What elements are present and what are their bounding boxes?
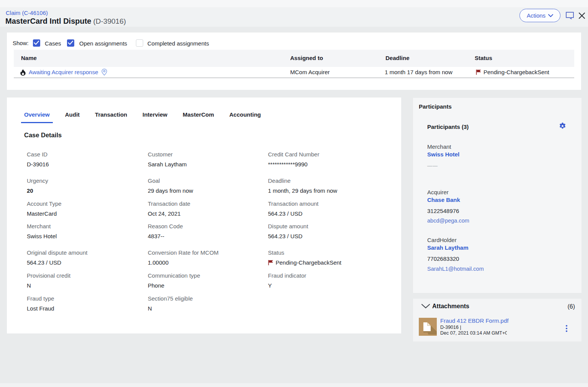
field-value: 564.23 / USD [268,233,383,240]
field-value: Lost Fraud [27,305,142,312]
collapse-chevron-icon[interactable] [421,304,430,309]
field-value: N [27,282,142,289]
location-pin-icon[interactable] [101,68,108,76]
attachment-file-link[interactable]: Fraud 412 EBDR Form.pdf [440,317,508,324]
participants-subheading: Participants (3) [427,124,469,130]
field-value: 1.00000 [148,259,263,267]
bottom-strip [0,383,588,387]
field-label: Customer [148,151,263,158]
field-label: Original dispute amount [27,249,142,257]
checkbox-cases-label[interactable]: Cases [45,40,61,47]
assignment-status-text: Pending-ChargebackSent [483,69,549,75]
field-value: D-39016 [27,161,142,168]
participant-role: Merchant [427,143,451,150]
field-communication-type: Communication type Phone [148,272,263,289]
status-flag-icon [476,69,481,75]
field-account-type: Account Type MasterCard [27,200,142,218]
assignments-panel: Show: Cases Open assignments Completed a… [7,33,581,90]
field-fraud-type: Fraud type Lost Fraud [27,295,142,312]
tab-interview[interactable]: Interview [139,111,170,123]
participant-name-link[interactable]: Swiss Hotel [427,151,459,158]
breadcrumb-claim-link[interactable]: Claim (C-46106) [6,10,48,16]
field-label: Provisional credit [27,272,142,280]
field-fraud-indicator: Fraud indicator Y [268,272,383,289]
participant-email-link[interactable]: abcd@pega.com [427,218,469,224]
field-label: Dispute amount [268,223,383,230]
title-row: MasterCard Intl Dispute(D-39016) [5,17,126,26]
checkbox-open-assignments-label[interactable]: Open assignments [79,40,127,47]
field-label: Communication type [148,272,263,280]
case-id-label: (D-39016) [93,17,126,25]
assignment-assigned-to: MCom Acquirer [290,69,330,75]
field-merchant: Merchant Swiss Hotel [27,223,142,240]
urgency-flame-icon [20,69,26,76]
field-value: 29 days from now [148,187,263,195]
field-value: MasterCard [27,210,142,218]
case-details-panel: Overview Audit Transaction Interview Mas… [7,98,401,333]
page-title: MasterCard Intl Dispute [5,17,91,25]
field-label: Transaction amount [268,200,383,208]
tab-transaction[interactable]: Transaction [92,111,130,123]
assignment-row: Awaiting Acquirer response MCom Acquirer… [14,67,574,78]
participant-name-link[interactable]: Chase Bank [427,197,460,203]
field-deadline: Deadline 1 month, 29 days from now [268,177,383,195]
column-header-status[interactable]: Status [475,55,492,61]
column-header-assigned-to[interactable]: Assigned to [290,55,323,61]
field-transaction-amount: Transaction amount 564.23 / USD [268,200,383,218]
field-value: 4837-- [148,233,263,240]
participant-name-link[interactable]: Sarah Laytham [427,244,469,251]
field-credit-card-number: Credit Card Number ************9990 [268,151,383,168]
field-value: Oct 24, 2021 [148,210,263,218]
gear-icon[interactable] [559,122,566,130]
field-value: 564.23 / USD [268,210,383,218]
attachment-meta-date: Dec 07, 2021 03:14 AM GMT+01 [440,330,507,336]
participant-phone: 3122548976 [427,208,459,214]
field-value: 564.23 / USD [27,259,142,267]
status-flag-icon [268,260,273,265]
field-label: Goal [148,177,263,185]
field-value: 20 [27,187,142,195]
section-title: Case Details [24,132,62,139]
checkbox-open-assignments[interactable] [67,39,74,47]
field-urgency: Urgency 20 [27,177,142,195]
field-value: N [148,305,263,312]
checkbox-completed-assignments[interactable] [136,39,143,47]
checkbox-completed-assignments-label[interactable]: Completed assignments [147,40,209,47]
column-header-name[interactable]: Name [21,55,37,61]
top-strip [0,0,588,7]
participant-role: Acquirer [427,189,449,195]
field-value: Pending-ChargebackSent [268,259,383,267]
column-header-deadline[interactable]: Deadline [385,55,410,61]
field-status: Status Pending-ChargebackSent [268,249,383,267]
field-label: Urgency [27,177,142,185]
assignment-name-link[interactable]: Awaiting Acquirer response [29,69,98,75]
field-value: ************9990 [268,161,383,168]
field-value: Swiss Hotel [27,233,142,240]
assignments-table-header: Name Assigned to Deadline Status [14,50,574,67]
tab-overview[interactable]: Overview [21,111,53,123]
participant-email-link[interactable]: SarahL1@hotmail.com [427,266,484,272]
attachment-menu-kebab-icon[interactable] [565,325,568,332]
tab-mastercom[interactable]: MasterCom [180,111,217,123]
close-icon[interactable] [578,12,585,19]
participants-heading: Participants [419,103,452,110]
field-label: Status [268,249,383,257]
tab-accounting[interactable]: Accounting [226,111,264,123]
chat-icon[interactable] [565,11,574,20]
field-label: Credit Card Number [268,151,383,158]
field-label: Merchant [27,223,142,230]
field-value: Phone [148,282,263,289]
pdf-file-icon [419,318,437,336]
field-value: 1 month, 29 days from now [268,187,383,195]
checkbox-cases[interactable] [33,39,40,47]
participant-empty-placeholder: —— [427,163,438,169]
field-status-text: Pending-ChargebackSent [276,259,341,266]
actions-button[interactable]: Actions [519,9,560,22]
participant-role: CardHolder [427,237,457,243]
tab-audit[interactable]: Audit [62,111,83,123]
field-transaction-date: Transaction date Oct 24, 2021 [148,200,263,218]
field-label: Section75 eligible [148,295,263,302]
attachments-panel: Attachments (6) Fraud 412 EBDR Form.pdf … [413,299,581,341]
field-label: Conversion Rate for MCOM [148,249,263,257]
actions-button-label: Actions [527,12,546,19]
